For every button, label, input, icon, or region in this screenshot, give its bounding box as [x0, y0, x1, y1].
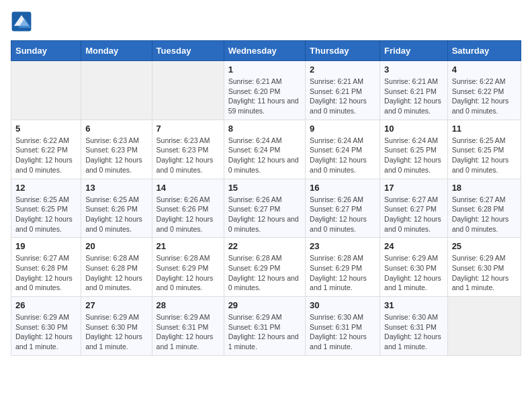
calendar-cell: 23Sunrise: 6:28 AM Sunset: 6:29 PM Dayli…: [306, 238, 380, 297]
day-info: Sunrise: 6:24 AM Sunset: 6:24 PM Dayligh…: [228, 136, 301, 175]
calendar-cell: 19Sunrise: 6:27 AM Sunset: 6:28 PM Dayli…: [11, 238, 81, 297]
day-info: Sunrise: 6:30 AM Sunset: 6:31 PM Dayligh…: [310, 312, 375, 352]
calendar-cell: 3Sunrise: 6:21 AM Sunset: 6:21 PM Daylig…: [380, 61, 448, 120]
day-number: 6: [85, 124, 147, 134]
calendar-week-row: 12Sunrise: 6:25 AM Sunset: 6:25 PM Dayli…: [11, 179, 521, 238]
day-header-wednesday: Wednesday: [224, 41, 305, 61]
calendar-week-row: 1Sunrise: 6:21 AM Sunset: 6:20 PM Daylig…: [11, 61, 521, 120]
day-info: Sunrise: 6:26 AM Sunset: 6:27 PM Dayligh…: [310, 195, 375, 234]
calendar-table: SundayMondayTuesdayWednesdayThursdayFrid…: [11, 40, 521, 356]
day-number: 2: [310, 64, 375, 75]
day-number: 22: [228, 241, 301, 251]
day-info: Sunrise: 6:24 AM Sunset: 6:25 PM Dayligh…: [384, 136, 443, 175]
day-number: 3: [384, 64, 443, 75]
day-info: Sunrise: 6:24 AM Sunset: 6:24 PM Dayligh…: [310, 136, 375, 175]
calendar-cell: 15Sunrise: 6:26 AM Sunset: 6:27 PM Dayli…: [224, 179, 305, 238]
day-info: Sunrise: 6:21 AM Sunset: 6:21 PM Dayligh…: [310, 77, 375, 116]
day-number: 1: [228, 64, 301, 75]
day-number: 4: [452, 64, 517, 75]
day-number: 20: [85, 241, 147, 251]
calendar-cell: 17Sunrise: 6:27 AM Sunset: 6:27 PM Dayli…: [380, 179, 448, 238]
day-number: 5: [15, 124, 77, 134]
day-info: Sunrise: 6:22 AM Sunset: 6:22 PM Dayligh…: [15, 136, 77, 175]
calendar-cell: 26Sunrise: 6:29 AM Sunset: 6:30 PM Dayli…: [11, 297, 81, 356]
page-header: [11, 11, 521, 32]
day-number: 24: [384, 241, 443, 251]
day-info: Sunrise: 6:28 AM Sunset: 6:29 PM Dayligh…: [228, 253, 301, 293]
day-info: Sunrise: 6:29 AM Sunset: 6:31 PM Dayligh…: [157, 312, 220, 352]
calendar-cell: 18Sunrise: 6:27 AM Sunset: 6:28 PM Dayli…: [447, 179, 521, 238]
day-number: 12: [15, 183, 77, 193]
calendar-cell: 11Sunrise: 6:25 AM Sunset: 6:25 PM Dayli…: [447, 120, 521, 179]
day-number: 14: [157, 183, 220, 193]
calendar-cell: 27Sunrise: 6:29 AM Sunset: 6:30 PM Dayli…: [81, 297, 152, 356]
day-number: 13: [85, 183, 147, 193]
day-number: 15: [228, 183, 301, 193]
calendar-cell: 16Sunrise: 6:26 AM Sunset: 6:27 PM Dayli…: [306, 179, 380, 238]
day-number: 7: [157, 124, 220, 134]
day-info: Sunrise: 6:23 AM Sunset: 6:23 PM Dayligh…: [157, 136, 220, 175]
day-info: Sunrise: 6:22 AM Sunset: 6:22 PM Dayligh…: [452, 77, 517, 116]
calendar-cell: 29Sunrise: 6:29 AM Sunset: 6:31 PM Dayli…: [224, 297, 305, 356]
calendar-cell: 2Sunrise: 6:21 AM Sunset: 6:21 PM Daylig…: [306, 61, 380, 120]
day-number: 10: [384, 124, 443, 134]
day-number: 26: [15, 300, 77, 310]
calendar-cell: [11, 61, 81, 120]
calendar-cell: 9Sunrise: 6:24 AM Sunset: 6:24 PM Daylig…: [306, 120, 380, 179]
logo-icon: [11, 11, 32, 32]
day-header-monday: Monday: [81, 41, 152, 61]
day-header-sunday: Sunday: [11, 41, 81, 61]
calendar-week-row: 19Sunrise: 6:27 AM Sunset: 6:28 PM Dayli…: [11, 238, 521, 297]
day-info: Sunrise: 6:26 AM Sunset: 6:26 PM Dayligh…: [157, 195, 220, 234]
day-info: Sunrise: 6:29 AM Sunset: 6:30 PM Dayligh…: [15, 312, 77, 352]
day-info: Sunrise: 6:26 AM Sunset: 6:27 PM Dayligh…: [228, 195, 301, 234]
calendar-cell: 7Sunrise: 6:23 AM Sunset: 6:23 PM Daylig…: [152, 120, 224, 179]
calendar-week-row: 5Sunrise: 6:22 AM Sunset: 6:22 PM Daylig…: [11, 120, 521, 179]
logo: [11, 11, 35, 32]
calendar-cell: 12Sunrise: 6:25 AM Sunset: 6:25 PM Dayli…: [11, 179, 81, 238]
day-number: 9: [310, 124, 375, 134]
calendar-cell: 28Sunrise: 6:29 AM Sunset: 6:31 PM Dayli…: [152, 297, 224, 356]
day-number: 30: [310, 300, 375, 310]
day-info: Sunrise: 6:21 AM Sunset: 6:20 PM Dayligh…: [228, 77, 301, 116]
day-header-saturday: Saturday: [447, 41, 521, 61]
calendar-cell: 8Sunrise: 6:24 AM Sunset: 6:24 PM Daylig…: [224, 120, 305, 179]
day-info: Sunrise: 6:28 AM Sunset: 6:29 PM Dayligh…: [157, 253, 220, 293]
day-info: Sunrise: 6:25 AM Sunset: 6:25 PM Dayligh…: [15, 195, 77, 234]
day-info: Sunrise: 6:27 AM Sunset: 6:27 PM Dayligh…: [384, 195, 443, 234]
day-info: Sunrise: 6:29 AM Sunset: 6:30 PM Dayligh…: [85, 312, 147, 352]
day-info: Sunrise: 6:28 AM Sunset: 6:28 PM Dayligh…: [85, 253, 147, 293]
calendar-cell: [152, 61, 224, 120]
calendar-cell: 22Sunrise: 6:28 AM Sunset: 6:29 PM Dayli…: [224, 238, 305, 297]
calendar-cell: 21Sunrise: 6:28 AM Sunset: 6:29 PM Dayli…: [152, 238, 224, 297]
day-info: Sunrise: 6:29 AM Sunset: 6:30 PM Dayligh…: [384, 253, 443, 293]
day-number: 16: [310, 183, 375, 193]
day-info: Sunrise: 6:23 AM Sunset: 6:23 PM Dayligh…: [85, 136, 147, 175]
day-info: Sunrise: 6:25 AM Sunset: 6:25 PM Dayligh…: [452, 136, 517, 175]
day-number: 18: [452, 183, 517, 193]
calendar-cell: 5Sunrise: 6:22 AM Sunset: 6:22 PM Daylig…: [11, 120, 81, 179]
day-number: 27: [85, 300, 147, 310]
day-number: 17: [384, 183, 443, 193]
day-info: Sunrise: 6:25 AM Sunset: 6:26 PM Dayligh…: [85, 195, 147, 234]
calendar-cell: 24Sunrise: 6:29 AM Sunset: 6:30 PM Dayli…: [380, 238, 448, 297]
day-info: Sunrise: 6:29 AM Sunset: 6:30 PM Dayligh…: [452, 253, 517, 293]
calendar-cell: [81, 61, 152, 120]
calendar-cell: 20Sunrise: 6:28 AM Sunset: 6:28 PM Dayli…: [81, 238, 152, 297]
day-number: 25: [452, 241, 517, 251]
calendar-cell: 31Sunrise: 6:30 AM Sunset: 6:31 PM Dayli…: [380, 297, 448, 356]
calendar-cell: 6Sunrise: 6:23 AM Sunset: 6:23 PM Daylig…: [81, 120, 152, 179]
day-number: 23: [310, 241, 375, 251]
day-info: Sunrise: 6:27 AM Sunset: 6:28 PM Dayligh…: [452, 195, 517, 234]
day-number: 28: [157, 300, 220, 310]
day-header-tuesday: Tuesday: [152, 41, 224, 61]
calendar-header-row: SundayMondayTuesdayWednesdayThursdayFrid…: [11, 41, 521, 61]
calendar-cell: 30Sunrise: 6:30 AM Sunset: 6:31 PM Dayli…: [306, 297, 380, 356]
day-info: Sunrise: 6:27 AM Sunset: 6:28 PM Dayligh…: [15, 253, 77, 293]
day-number: 8: [228, 124, 301, 134]
day-info: Sunrise: 6:21 AM Sunset: 6:21 PM Dayligh…: [384, 77, 443, 116]
day-header-thursday: Thursday: [306, 41, 380, 61]
day-header-friday: Friday: [380, 41, 448, 61]
calendar-cell: 1Sunrise: 6:21 AM Sunset: 6:20 PM Daylig…: [224, 61, 305, 120]
day-info: Sunrise: 6:30 AM Sunset: 6:31 PM Dayligh…: [384, 312, 443, 352]
